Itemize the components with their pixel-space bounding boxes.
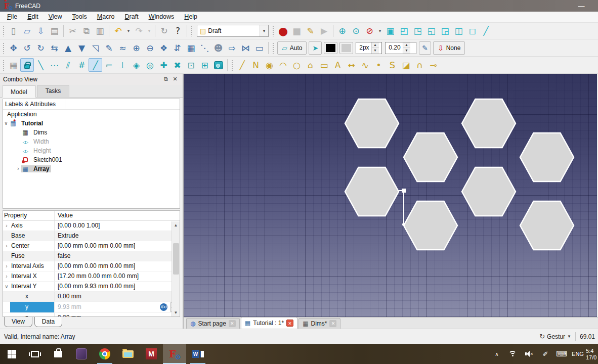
view-front-icon[interactable]: ◰	[397, 24, 411, 38]
view-right-icon[interactable]: ◱	[424, 24, 438, 38]
line-width-spinner[interactable]: 2px ▲▼	[356, 42, 382, 54]
touch-keyboard-icon[interactable]: ⌨	[553, 344, 570, 364]
chrome-button[interactable]	[93, 344, 116, 364]
scroll-down-icon[interactable]: ▼	[174, 309, 178, 316]
draft-dimension-icon[interactable]: ↔	[345, 58, 358, 72]
draft-shapestring-icon[interactable]: S	[386, 58, 399, 72]
tree-item-tutorial[interactable]: ∨▦●Tutorial	[3, 119, 180, 128]
property-expander-icon[interactable]: ›	[3, 263, 10, 269]
draft-bezier-icon[interactable]: ∩	[413, 58, 426, 72]
property-row-z[interactable]: z0.00 mm	[3, 313, 180, 317]
tree-item-sketch001[interactable]: Sketch001	[3, 155, 180, 164]
property-row-interval-axis[interactable]: ›Interval Axis[0.00 mm 0.00 mm 0.00 mm]	[3, 261, 180, 271]
wifi-icon[interactable]	[505, 344, 521, 364]
redo-dropdown-icon[interactable]: ▾	[146, 24, 153, 38]
property-row-fuse[interactable]: Fusefalse	[3, 251, 180, 261]
hexagon-5[interactable]	[345, 167, 399, 216]
line-color-button[interactable]	[324, 42, 337, 54]
snap-dimensions-icon[interactable]: ⊡	[184, 58, 198, 72]
clock[interactable]: 5:417/0	[586, 347, 598, 361]
path-array-icon[interactable]: ⋱	[198, 41, 211, 55]
property-row-axis[interactable]: ›Axis[0.00 0.00 1.00]	[3, 221, 180, 231]
clone-icon[interactable]: ☻	[211, 41, 225, 55]
sketch-export-icon[interactable]: ⇨	[225, 41, 239, 55]
snap-intersection-icon[interactable]: ✚	[157, 58, 170, 72]
snap-working-plane-icon[interactable]: ⊞	[198, 58, 211, 72]
snap-near-icon[interactable]: ╱	[89, 58, 102, 72]
toolbar-grip[interactable]	[272, 42, 275, 54]
navigation-style-selector[interactable]: ↻ Gestur ▼	[539, 333, 571, 340]
wire-to-bspline-icon[interactable]: ≈	[116, 41, 130, 55]
draft-rectangle-icon[interactable]: ▭	[317, 58, 331, 72]
tab-model[interactable]: Model	[2, 85, 36, 98]
redo-icon[interactable]: ↷	[132, 24, 146, 38]
hexagon-7[interactable]	[404, 201, 457, 250]
measure-endpoint[interactable]	[402, 223, 405, 226]
cut-icon[interactable]: ✂	[66, 24, 79, 38]
macro-record-icon[interactable]: ●	[276, 24, 290, 38]
macro-edit-icon[interactable]: ✎	[304, 24, 317, 38]
hexagon-1[interactable]	[345, 99, 399, 148]
snap-grid-icon[interactable]: #	[75, 58, 89, 72]
draft-text-icon[interactable]: A	[331, 58, 345, 72]
construction-mode-button[interactable]: ➤	[309, 41, 322, 55]
draft-to-sketch-icon[interactable]: ⇵	[170, 41, 184, 55]
scale-arrows[interactable]: ▲▼	[403, 42, 410, 54]
apply-style-button[interactable]: ✎	[419, 41, 431, 55]
menu-windows[interactable]: Windows	[144, 12, 180, 22]
toolbar-grip[interactable]	[231, 60, 234, 71]
file-explorer-button[interactable]	[116, 344, 140, 364]
close-tab-icon[interactable]: ✕	[329, 320, 336, 327]
property-row-base[interactable]: BaseExtrude	[3, 231, 180, 241]
expand-arrow-icon[interactable]: ∨	[3, 120, 9, 126]
property-expander-icon[interactable]: ∨	[3, 284, 10, 289]
document-tab-tutorial-1-[interactable]: ▦●Tutorial : 1*✕	[241, 317, 297, 329]
view-rear-icon[interactable]: ◲	[438, 24, 452, 38]
tree-item-dims[interactable]: ▦Dims	[3, 128, 180, 137]
property-row-center[interactable]: ›Center[0.00 mm 0.00 mm 0.00 mm]	[3, 241, 180, 251]
draft-polygon-icon[interactable]: ⌂	[304, 58, 317, 72]
view-bottom-icon[interactable]: ◫	[452, 24, 465, 38]
tree-item-width[interactable]: ◁▷Width	[3, 137, 180, 146]
array-icon[interactable]: ▦	[184, 41, 198, 55]
hexagon-3[interactable]	[404, 133, 457, 181]
menu-draft[interactable]: Draft	[120, 12, 144, 22]
snap-special-icon[interactable]: ◈	[130, 58, 143, 72]
tree-item-array[interactable]: ›▦Array	[3, 164, 180, 173]
rotate-icon[interactable]: ↺	[20, 41, 34, 55]
close-tab-icon[interactable]: ✕	[286, 320, 293, 327]
trimex-icon[interactable]: ⇆	[48, 41, 61, 55]
measure-distance-icon[interactable]: ╱	[479, 24, 493, 38]
document-tab-start-page[interactable]: ◍Start page✕	[186, 318, 240, 329]
hexagon-4[interactable]	[520, 133, 574, 181]
tab-view[interactable]: View	[4, 317, 32, 327]
scale-icon[interactable]: ◹	[89, 41, 102, 55]
upgrade-icon[interactable]: ▲	[61, 41, 75, 55]
snap-angle-icon[interactable]: ✖	[170, 58, 184, 72]
shape-2d-view-icon[interactable]: ❖	[157, 41, 170, 55]
property-expander-icon[interactable]: ›	[3, 223, 10, 229]
start-button[interactable]	[0, 344, 23, 364]
tree-item-application[interactable]: Application	[3, 110, 180, 119]
draft-facebinder-icon[interactable]: ◪	[399, 58, 413, 72]
snap-parallel-icon[interactable]: ⫽	[61, 58, 75, 72]
toolbar-grip[interactable]	[3, 25, 5, 36]
workbench-selector[interactable]: ▤ Draft ▾	[197, 25, 269, 37]
snap-ortho-icon[interactable]	[211, 58, 225, 72]
stretch-icon[interactable]: ▭	[252, 41, 266, 55]
snap-midpoint-icon[interactable]: ⋯	[48, 58, 61, 72]
save-file-icon[interactable]: ⇩	[34, 24, 48, 38]
new-file-icon[interactable]: ▯	[7, 24, 20, 38]
menu-macro[interactable]: Macro	[92, 12, 120, 22]
view-axonometric-icon[interactable]: ▣	[383, 24, 397, 38]
undo-dropdown-icon[interactable]: ▾	[125, 24, 132, 38]
3d-viewport[interactable]	[184, 74, 597, 317]
draft-line-icon[interactable]: ╱	[235, 58, 249, 72]
face-color-button[interactable]	[339, 42, 353, 54]
property-row-x[interactable]: x0.00 mm	[3, 292, 180, 302]
remove-point-icon[interactable]: ⊖	[143, 41, 157, 55]
property-scrollbar[interactable]: ▲ ▼	[172, 221, 180, 316]
tree-item-height[interactable]: ◁▷Height	[3, 146, 180, 155]
toolbar-grip[interactable]	[272, 25, 275, 36]
toolbar-grip[interactable]	[3, 42, 5, 54]
